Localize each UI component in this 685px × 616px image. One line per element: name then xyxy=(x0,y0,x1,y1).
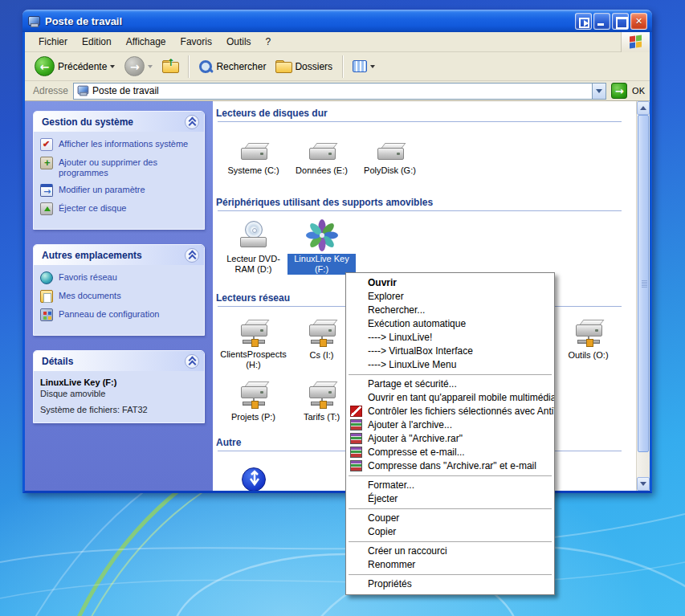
ctx-rechercher[interactable]: Rechercher... xyxy=(346,304,554,317)
drive-outils-o[interactable]: Outils (O:) xyxy=(554,313,622,361)
address-input[interactable]: Poste de travail xyxy=(73,83,606,100)
minimize-button[interactable] xyxy=(593,13,610,30)
details-header[interactable]: Détails xyxy=(34,351,204,371)
hard-drive-icon xyxy=(239,140,268,162)
window-title: Poste de travail xyxy=(45,15,573,27)
up-button[interactable]: ↑ xyxy=(159,59,181,74)
forward-dropdown-caret[interactable] xyxy=(148,65,153,68)
views-button[interactable] xyxy=(349,59,378,74)
ctx-copier[interactable]: Copier xyxy=(346,525,554,539)
collapse-chevron-icon[interactable] xyxy=(185,354,199,369)
usb-device-icon xyxy=(242,467,266,491)
drive-polydisk-g[interactable]: PolyDisk (G:) xyxy=(356,129,424,176)
network-drive-icon xyxy=(308,316,336,347)
add-remove-programs-icon xyxy=(40,157,53,169)
drive-donnees-e[interactable]: Données (E:) xyxy=(287,129,356,176)
ctx-rar-add-archive[interactable]: Ajouter à l'archive... xyxy=(346,418,554,432)
go-label: OK xyxy=(632,86,645,96)
scroll-up-button[interactable] xyxy=(637,101,650,115)
ctx-ouvrir[interactable]: Ouvrir xyxy=(346,276,554,290)
sidebar-item-eject-disk[interactable]: Éjecter ce disque xyxy=(40,202,199,215)
vertical-scrollbar[interactable] xyxy=(636,101,650,491)
menu-separator xyxy=(349,475,552,476)
details-panel: Détails LinuxLive Key (F:) Disque amovib… xyxy=(33,350,205,423)
drive-projets-p[interactable]: Projets (P:) xyxy=(219,375,287,422)
scrollbar-track[interactable] xyxy=(637,452,650,477)
system-tasks-panel: Gestion du système Afficher les informat… xyxy=(33,111,205,230)
toolbar: ← Précédente → ↑ Rechercher xyxy=(25,52,650,81)
control-panel-icon xyxy=(40,308,53,321)
ctx-proprietes[interactable]: Propriétés xyxy=(346,577,554,591)
device-usb-item[interactable] xyxy=(219,458,287,491)
section-header-hdd: Lecteurs de disques dur xyxy=(213,106,636,122)
ctx-ejecter[interactable]: Éjecter xyxy=(346,492,554,506)
address-dropdown-button[interactable] xyxy=(592,84,605,99)
antivir-icon xyxy=(350,406,362,417)
ctx-creer-raccourci[interactable]: Créer un raccourci xyxy=(346,545,554,558)
up-folder-icon: ↑ xyxy=(162,60,178,72)
collapse-chevron-icon[interactable] xyxy=(185,115,199,129)
close-button[interactable]: ✕ xyxy=(630,13,647,30)
sidebar-item-control-panel[interactable]: Panneau de configuration xyxy=(40,308,199,321)
ctx-virtualbox-interface[interactable]: ----> VirtualBox Interface xyxy=(346,345,554,358)
drive-dvd-ram-d[interactable]: Lecteur DVD-RAM (D:) xyxy=(219,218,287,275)
dvd-drive-icon xyxy=(239,219,269,251)
drive-clientsprospects-h[interactable]: ClientsProspects (H:) xyxy=(219,313,287,370)
network-drive-icon xyxy=(308,378,336,409)
other-places-header[interactable]: Autres emplacements xyxy=(34,245,204,265)
ctx-renommer[interactable]: Renommer xyxy=(346,558,554,572)
sidebar-item-system-info[interactable]: Afficher les informations système xyxy=(40,138,199,151)
ctx-explorer[interactable]: Explorer xyxy=(346,290,554,304)
back-button[interactable]: ← Précédente xyxy=(31,55,118,78)
ctx-linuxlive[interactable]: ----> LinuxLive! xyxy=(346,331,554,345)
forward-button[interactable]: → xyxy=(121,55,156,78)
ctx-formater[interactable]: Formater... xyxy=(346,479,554,492)
menu-outils[interactable]: Outils xyxy=(219,34,259,50)
menu-favoris[interactable]: Favoris xyxy=(173,34,219,50)
maximize-button[interactable] xyxy=(612,13,629,30)
linuxlive-flower-icon xyxy=(306,219,338,251)
title-bar[interactable]: Poste de travail ✕ xyxy=(22,10,652,32)
system-info-icon xyxy=(40,138,53,151)
collapse-chevron-icon[interactable] xyxy=(185,248,199,263)
menu-edition[interactable]: Edition xyxy=(75,34,119,50)
menu-fichier[interactable]: Fichier xyxy=(31,34,75,50)
ctx-linuxlive-menu[interactable]: ----> LinuxLive Menu xyxy=(346,358,554,372)
search-button[interactable]: Rechercher xyxy=(195,58,269,75)
ctx-partage-securite[interactable]: Partage et sécurité... xyxy=(346,377,554,391)
system-tasks-header[interactable]: Gestion du système xyxy=(34,112,204,132)
ctx-autoplay[interactable]: Exécution automatique xyxy=(346,317,554,331)
go-button[interactable]: → xyxy=(611,83,627,99)
back-dropdown-caret[interactable] xyxy=(110,65,115,68)
hard-drive-icon xyxy=(308,140,336,162)
views-icon xyxy=(353,60,367,72)
ctx-couper[interactable]: Couper xyxy=(346,512,554,525)
menu-bar: Fichier Edition Affichage Favoris Outils… xyxy=(25,32,650,52)
sidebar-item-my-documents[interactable]: Mes documents xyxy=(40,290,199,303)
network-drive-icon xyxy=(574,316,603,347)
address-value: Poste de travail xyxy=(92,85,592,96)
details-filesystem: Système de fichiers: FAT32 xyxy=(40,405,199,414)
folders-button[interactable]: Dossiers xyxy=(272,59,336,74)
ctx-rar-email[interactable]: Compresse et e-mail... xyxy=(346,446,554,459)
my-documents-icon xyxy=(40,290,53,303)
scroll-down-button[interactable] xyxy=(637,477,650,491)
ctx-appareil-mobile[interactable]: Ouvrir en tant qu'appareil mobile multim… xyxy=(346,391,554,405)
ctx-rar-named-email[interactable]: Compresse dans "Archive.rar" et e-mail xyxy=(346,459,554,473)
ctx-antivir-scan[interactable]: Contrôler les fichiers sélectionnés avec… xyxy=(346,405,554,418)
scrollbar-thumb[interactable] xyxy=(638,115,649,452)
menu-help[interactable]: ? xyxy=(259,34,279,50)
sidebar-item-add-remove-programs[interactable]: Ajouter ou supprimer des programmes xyxy=(40,157,199,178)
ctx-rar-add-named[interactable]: Ajouter à "Archive.rar" xyxy=(346,432,554,446)
search-icon xyxy=(198,59,213,74)
views-dropdown-caret[interactable] xyxy=(370,65,375,68)
sidebar-item-network-places[interactable]: Favoris réseau xyxy=(40,271,199,284)
menu-affichage[interactable]: Affichage xyxy=(119,34,173,50)
drive-linuxlive-key-f[interactable]: LinuxLive Key (F:) xyxy=(287,218,356,275)
drive-systeme-c[interactable]: Systeme (C:) xyxy=(219,129,287,176)
sidebar-item-change-setting[interactable]: Modifier un paramètre xyxy=(40,184,199,197)
explorer-window: Poste de travail ✕ Fichier Edition Affic… xyxy=(22,10,652,493)
address-label: Adresse xyxy=(33,85,68,96)
menu-separator xyxy=(349,541,552,542)
window-extra-button[interactable] xyxy=(575,13,592,30)
